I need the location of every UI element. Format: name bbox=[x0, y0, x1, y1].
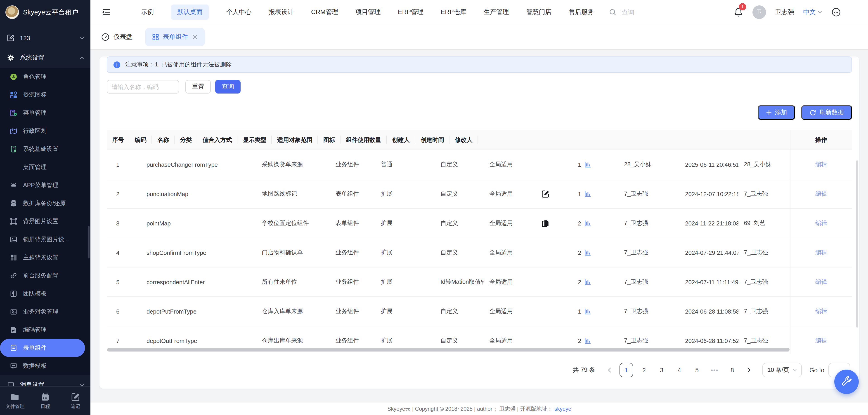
page-number[interactable]: 8 bbox=[725, 363, 739, 377]
table-row[interactable]: 4 shopConfirmFromType 门店物料确认单 业务组件 扩展 自定… bbox=[107, 238, 790, 268]
reset-button[interactable]: 重置 bbox=[185, 80, 211, 94]
cell-display-type: 自定义 bbox=[435, 297, 484, 326]
vertical-scrollbar[interactable] bbox=[856, 161, 858, 327]
edit-link[interactable]: 编辑 bbox=[815, 278, 827, 286]
refresh-button[interactable]: 刷新数据 bbox=[801, 105, 852, 120]
page-number[interactable]: 5 bbox=[690, 363, 704, 377]
sidebar-submenu-item[interactable]: APP菜单管理 bbox=[0, 176, 90, 194]
tab-form-components[interactable]: 表单组件 bbox=[145, 28, 205, 46]
nav-item[interactable]: 生产管理 bbox=[484, 4, 509, 20]
bar-chart-icon[interactable] bbox=[584, 220, 591, 227]
sidebar-item-system-settings[interactable]: 系统设置 bbox=[0, 48, 90, 68]
collapse-sidebar-icon[interactable] bbox=[101, 7, 111, 17]
sidebar-submenu-item[interactable]: 编码管理 bbox=[0, 321, 90, 339]
sidebar-submenu-item[interactable]: 锁屏背景图片设... bbox=[0, 231, 90, 248]
app-title: Skyeye云平台租户 bbox=[23, 8, 79, 16]
sidebar-submenu-item[interactable]: 数据库备份/还原 bbox=[0, 194, 90, 212]
page-number[interactable]: 3 bbox=[655, 363, 669, 377]
search-input[interactable] bbox=[621, 8, 652, 16]
sidebar-submenu-item[interactable]: 背景图片设置 bbox=[0, 212, 90, 231]
table-row[interactable]: 5 correspondentAllEnter 所有往来单位 业务组件 扩展 I… bbox=[107, 268, 790, 297]
edit-link[interactable]: 编辑 bbox=[815, 161, 827, 169]
bar-chart-icon[interactable] bbox=[584, 337, 591, 344]
sidebar-submenu-item[interactable]: 主题背景设置 bbox=[0, 248, 90, 267]
prev-page-icon[interactable] bbox=[604, 363, 616, 377]
table-row[interactable]: 3 pointMap 学校位置定位组件 表单组件 扩展 自定义 全局适用 2 7… bbox=[107, 209, 790, 238]
sidebar-bottom-bar: 文件管理 日程 笔记 bbox=[0, 386, 90, 415]
edit-link[interactable]: 编辑 bbox=[815, 337, 827, 345]
table-row[interactable]: 1 purchaseChangeFromType 采购换货单来源 业务组件 普通… bbox=[107, 150, 790, 179]
code-manage-icon bbox=[10, 326, 17, 334]
sidebar-submenu-item[interactable]: 行政区划 bbox=[0, 122, 90, 140]
settings-wrench-button[interactable] bbox=[834, 370, 859, 394]
filter-keyword-input[interactable] bbox=[107, 80, 179, 94]
sidebar-quick-item[interactable]: 文件管理 bbox=[0, 392, 30, 410]
tab-dashboard-label: 仪表盘 bbox=[114, 33, 132, 41]
language-switcher[interactable]: 中文 bbox=[803, 8, 822, 16]
feedback-icon[interactable] bbox=[831, 7, 841, 17]
page-number[interactable]: ••• bbox=[708, 363, 721, 377]
bar-chart-icon[interactable] bbox=[584, 161, 591, 168]
sidebar-submenu-item[interactable]: 业务对象管理 bbox=[0, 303, 90, 321]
nav-item[interactable]: 默认桌面 bbox=[171, 4, 209, 20]
cell-category: 表单组件 bbox=[330, 179, 375, 208]
nav-item[interactable]: ERP管理 bbox=[398, 4, 424, 20]
cell-value-mode: 扩展 bbox=[375, 179, 435, 208]
sidebar-submenu-item[interactable]: 资源图标 bbox=[0, 86, 90, 104]
cell-display-type: 自定义 bbox=[435, 238, 484, 267]
sidebar-item-label: 桌面管理 bbox=[23, 163, 46, 171]
cell-scope: 全局适用 bbox=[484, 268, 539, 297]
column-header: 创建时间 bbox=[415, 130, 450, 149]
nav-item[interactable]: 个人中心 bbox=[226, 4, 251, 20]
nav-item[interactable]: 报表设计 bbox=[269, 4, 294, 20]
sidebar-item-label: 系统基础设置 bbox=[23, 145, 58, 153]
horizontal-scrollbar[interactable] bbox=[107, 348, 789, 351]
opensource-link[interactable]: skyeye bbox=[554, 406, 571, 412]
table-row[interactable]: 6 depotPutFromType 仓库入库单来源 业务组件 扩展 自定义 全… bbox=[107, 297, 790, 326]
sidebar-submenu-item[interactable]: 系统基础设置 bbox=[0, 140, 90, 158]
user-name[interactable]: 卫志强 bbox=[775, 8, 794, 16]
cell-value-mode: 普通 bbox=[375, 150, 435, 179]
nav-item[interactable]: ERP仓库 bbox=[441, 4, 466, 20]
sidebar-submenu-item[interactable]: 团队模板 bbox=[0, 285, 90, 303]
page-number[interactable]: 1 bbox=[620, 363, 633, 377]
edit-link[interactable]: 编辑 bbox=[815, 307, 827, 315]
table-row[interactable]: 2 punctuationMap 地图路线标记 表单组件 扩展 自定义 全局适用… bbox=[107, 179, 790, 209]
nav-item[interactable]: 示例 bbox=[141, 4, 154, 20]
sidebar-item-workspace[interactable]: 123 bbox=[0, 28, 90, 48]
page-number[interactable]: 4 bbox=[673, 363, 686, 377]
add-button-label: 添加 bbox=[775, 108, 787, 116]
sidebar-quick-item[interactable]: 笔记 bbox=[60, 392, 90, 410]
add-button[interactable]: 添加 bbox=[758, 105, 795, 120]
sidebar-submenu-item[interactable]: 数据模板 bbox=[0, 357, 90, 375]
sidebar-item-message-settings[interactable]: 消息设置 bbox=[0, 375, 90, 386]
sidebar-submenu-item[interactable]: 表单组件 bbox=[0, 339, 85, 357]
tab-dashboard[interactable]: 仪表盘 bbox=[101, 33, 132, 41]
notifications-bell-icon[interactable]: 1 bbox=[734, 7, 743, 17]
edit-link[interactable]: 编辑 bbox=[815, 219, 827, 227]
edit-link[interactable]: 编辑 bbox=[815, 248, 827, 256]
page-size-select[interactable]: 10 条/页 bbox=[763, 363, 802, 377]
chevron-up-icon bbox=[80, 56, 84, 60]
next-page-icon[interactable] bbox=[743, 363, 755, 377]
sidebar-submenu-item[interactable]: 桌面管理 bbox=[0, 158, 90, 176]
column-header: 适用对象范围 bbox=[272, 130, 318, 149]
sidebar-quick-item[interactable]: 日程 bbox=[30, 392, 60, 410]
bar-chart-icon[interactable] bbox=[584, 279, 591, 285]
sidebar-submenu-item[interactable]: 前台服务配置 bbox=[0, 267, 90, 285]
nav-item[interactable]: 项目管理 bbox=[355, 4, 381, 20]
bar-chart-icon[interactable] bbox=[584, 308, 591, 315]
sidebar-scrollbar[interactable] bbox=[88, 226, 90, 258]
user-avatar[interactable]: 卫 bbox=[752, 5, 766, 19]
edit-link[interactable]: 编辑 bbox=[815, 190, 827, 198]
page-number[interactable]: 2 bbox=[638, 363, 651, 377]
sidebar-submenu-item[interactable]: 菜单管理 bbox=[0, 104, 90, 122]
bar-chart-icon[interactable] bbox=[584, 191, 591, 197]
nav-item[interactable]: 售后服务 bbox=[569, 4, 594, 20]
nav-item[interactable]: 智慧门店 bbox=[526, 4, 552, 20]
close-tab-icon[interactable] bbox=[192, 34, 197, 39]
sidebar-submenu-item[interactable]: 角色管理 bbox=[0, 68, 90, 86]
nav-item[interactable]: CRM管理 bbox=[311, 4, 338, 20]
query-button[interactable]: 查询 bbox=[215, 80, 241, 94]
bar-chart-icon[interactable] bbox=[584, 249, 591, 256]
